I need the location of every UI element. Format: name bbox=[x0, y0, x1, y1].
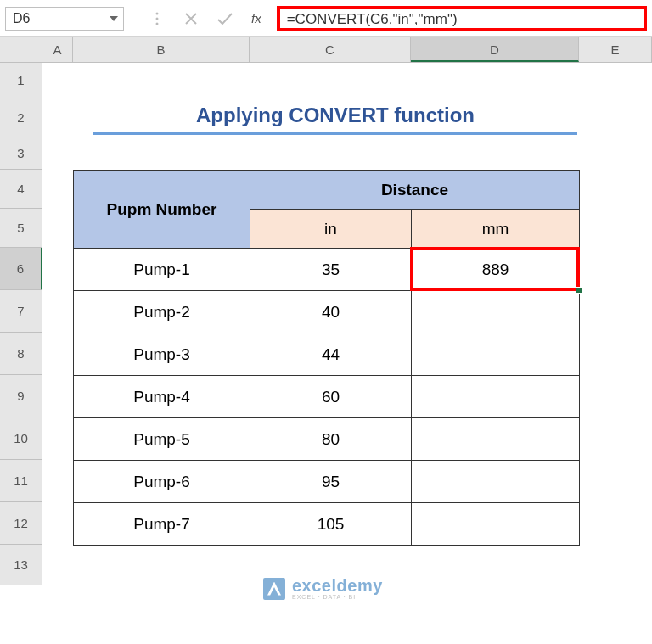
cells-area[interactable]: Applying CONVERT function Pupm Number Di… bbox=[42, 63, 652, 585]
header-in[interactable]: in bbox=[250, 210, 412, 249]
data-table: Pupm Number Distance in mm Pump-1 35 889… bbox=[73, 170, 580, 546]
formula-input[interactable]: =CONVERT(C6,"in","mm") bbox=[277, 6, 647, 31]
cell-pump[interactable]: Pump-3 bbox=[74, 333, 250, 376]
row-header-7[interactable]: 7 bbox=[0, 290, 42, 333]
col-header-E[interactable]: E bbox=[579, 37, 652, 62]
select-all-corner[interactable] bbox=[0, 37, 42, 62]
table-row: Pump-6 95 bbox=[74, 461, 580, 503]
dots-icon bbox=[149, 11, 165, 26]
header-distance[interactable]: Distance bbox=[250, 171, 580, 210]
enter-icon[interactable] bbox=[217, 11, 233, 26]
cell-in[interactable]: 60 bbox=[250, 376, 412, 418]
cell-in[interactable]: 80 bbox=[250, 418, 412, 461]
cell-mm[interactable] bbox=[412, 333, 580, 376]
row-header-2[interactable]: 2 bbox=[0, 98, 42, 137]
cell-mm[interactable] bbox=[412, 461, 580, 503]
svg-point-2 bbox=[156, 22, 159, 25]
row-header-10[interactable]: 10 bbox=[0, 417, 42, 460]
table-row: Pump-7 105 bbox=[74, 503, 580, 546]
cell-in[interactable]: 40 bbox=[250, 291, 412, 333]
cell-pump[interactable]: Pump-4 bbox=[74, 376, 250, 418]
column-headers: A B C D E bbox=[0, 37, 652, 63]
col-header-A[interactable]: A bbox=[42, 37, 73, 62]
header-pump-number[interactable]: Pupm Number bbox=[74, 171, 250, 249]
cell-mm[interactable] bbox=[412, 376, 580, 418]
row-header-13[interactable]: 13 bbox=[0, 545, 42, 585]
cell-in[interactable]: 44 bbox=[250, 333, 412, 376]
cell-mm[interactable] bbox=[412, 418, 580, 461]
row-header-4[interactable]: 4 bbox=[0, 170, 42, 209]
fill-handle[interactable] bbox=[576, 287, 582, 294]
row-header-12[interactable]: 12 bbox=[0, 502, 42, 545]
watermark-sub: EXCEL · DATA · BI bbox=[292, 594, 383, 600]
table-row: Pump-2 40 bbox=[74, 291, 580, 333]
table-row: Pump-1 35 889 bbox=[74, 249, 580, 291]
header-mm[interactable]: mm bbox=[412, 210, 580, 249]
cell-pump[interactable]: Pump-6 bbox=[74, 461, 250, 503]
fx-label[interactable]: fx bbox=[251, 11, 261, 25]
table-row: Pump-3 44 bbox=[74, 333, 580, 376]
cell-pump[interactable]: Pump-2 bbox=[74, 291, 250, 333]
formula-bar-icons bbox=[149, 11, 233, 26]
watermark-main: exceldemy bbox=[292, 577, 383, 594]
cell-pump[interactable]: Pump-5 bbox=[74, 418, 250, 461]
cell-pump[interactable]: Pump-1 bbox=[74, 249, 250, 291]
cell-in[interactable]: 35 bbox=[250, 249, 412, 291]
svg-point-0 bbox=[156, 12, 159, 14]
cell-mm[interactable] bbox=[412, 291, 580, 333]
row-header-5[interactable]: 5 bbox=[0, 209, 42, 248]
row-header-1[interactable]: 1 bbox=[0, 63, 42, 98]
watermark: exceldemy EXCEL · DATA · BI bbox=[263, 577, 383, 600]
svg-point-1 bbox=[156, 17, 159, 20]
cancel-icon[interactable] bbox=[183, 11, 199, 26]
cell-in[interactable]: 105 bbox=[250, 503, 412, 546]
table-row: Pump-5 80 bbox=[74, 418, 580, 461]
cell-mm[interactable] bbox=[412, 503, 580, 546]
row-header-3[interactable]: 3 bbox=[0, 137, 42, 170]
spreadsheet-grid: A B C D E 1 2 3 4 5 6 7 8 9 10 11 12 13 … bbox=[0, 37, 652, 585]
col-header-C[interactable]: C bbox=[250, 37, 411, 62]
cell-pump[interactable]: Pump-7 bbox=[74, 503, 250, 546]
row-header-6[interactable]: 6 bbox=[0, 248, 42, 290]
row-headers: 1 2 3 4 5 6 7 8 9 10 11 12 13 bbox=[0, 63, 42, 585]
table-row: Pump-4 60 bbox=[74, 376, 580, 418]
exceldemy-logo-icon bbox=[263, 578, 285, 600]
row-header-8[interactable]: 8 bbox=[0, 333, 42, 375]
col-header-D[interactable]: D bbox=[411, 37, 579, 62]
sheet-title: Applying CONVERT function bbox=[93, 104, 577, 135]
row-header-11[interactable]: 11 bbox=[0, 460, 42, 502]
row-header-9[interactable]: 9 bbox=[0, 375, 42, 417]
col-header-B[interactable]: B bbox=[73, 37, 250, 62]
name-box[interactable]: D6 bbox=[5, 7, 124, 31]
cell-mm[interactable]: 889 bbox=[412, 249, 580, 291]
cell-in[interactable]: 95 bbox=[250, 461, 412, 503]
formula-bar: D6 fx =CONVERT(C6,"in","mm") bbox=[0, 0, 652, 37]
